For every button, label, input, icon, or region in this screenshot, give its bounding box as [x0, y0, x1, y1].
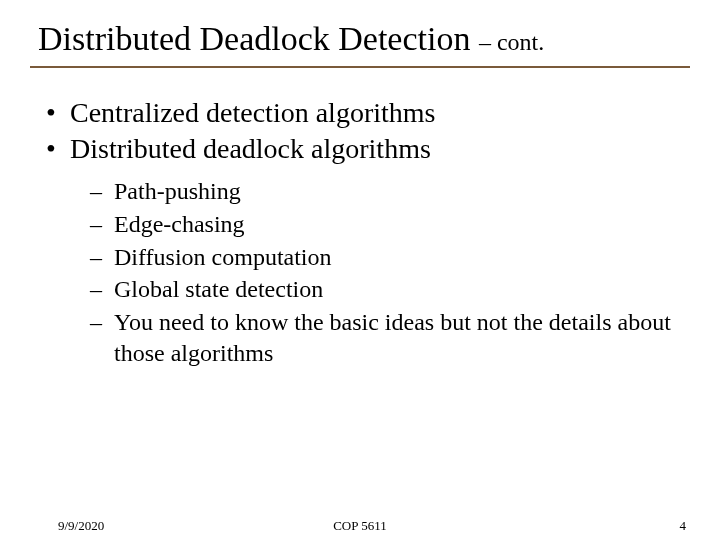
sub-bullet-item: Global state detection — [90, 274, 690, 305]
title-row: Distributed Deadlock Detection – cont. — [30, 20, 690, 68]
slide: Distributed Deadlock Detection – cont. C… — [0, 0, 720, 540]
sub-bullet-item: Edge-chasing — [90, 209, 690, 240]
sub-bullet-text: You need to know the basic ideas but not… — [114, 309, 671, 366]
slide-title: Distributed Deadlock Detection — [38, 20, 479, 57]
slide-body: Centralized detection algorithms Distrib… — [30, 96, 690, 369]
slide-title-suffix: – cont. — [479, 29, 544, 55]
sub-bullet-text: Global state detection — [114, 276, 323, 302]
sub-bullet-item: Path-pushing — [90, 176, 690, 207]
sub-bullet-item: Diffusion computation — [90, 242, 690, 273]
sub-bullet-text: Path-pushing — [114, 178, 241, 204]
bullet-text: Centralized detection algorithms — [70, 97, 435, 128]
bullet-item: Distributed deadlock algorithms Path-pus… — [42, 132, 690, 368]
footer-course: COP 5611 — [0, 518, 720, 534]
bullet-list: Centralized detection algorithms Distrib… — [42, 96, 690, 369]
bullet-item: Centralized detection algorithms — [42, 96, 690, 130]
bullet-text: Distributed deadlock algorithms — [70, 133, 431, 164]
footer-page-number: 4 — [680, 518, 687, 534]
sub-bullet-text: Edge-chasing — [114, 211, 245, 237]
sub-bullet-item: You need to know the basic ideas but not… — [90, 307, 690, 368]
sub-bullet-text: Diffusion computation — [114, 244, 332, 270]
sub-bullet-list: Path-pushing Edge-chasing Diffusion comp… — [90, 176, 690, 368]
